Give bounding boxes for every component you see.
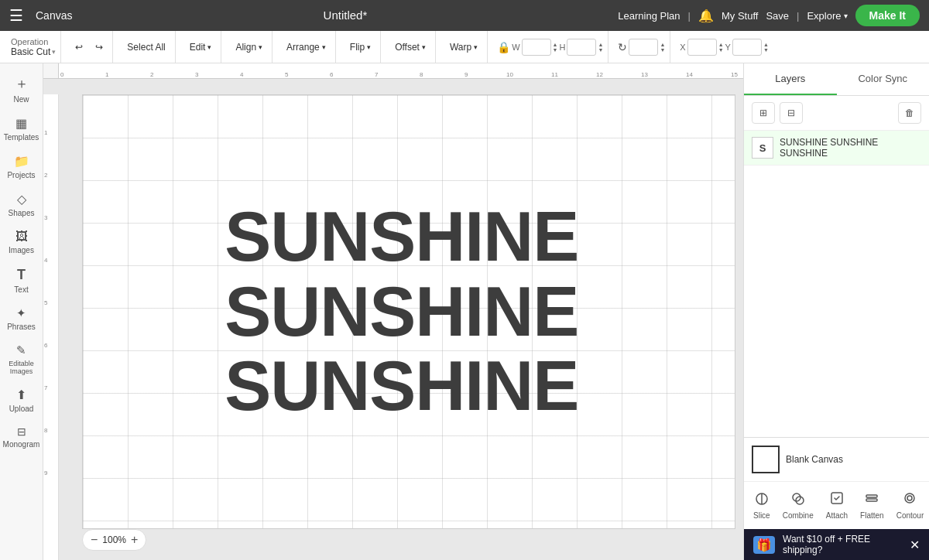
ungroup-icon: ⊟ — [787, 108, 795, 118]
chevron-down-icon: ▾ — [52, 48, 56, 56]
vertical-ruler: 1 2 3 4 5 6 7 8 9 — [43, 94, 59, 560]
save-link[interactable]: Save — [766, 10, 789, 22]
pos-y-up[interactable]: ▲ — [763, 42, 769, 47]
pos-x-up[interactable]: ▲ — [718, 42, 724, 47]
sidebar-item-images[interactable]: 🖼 Images — [2, 225, 41, 259]
canvas-white: SUNSHINE SUNSHINE SUNSHINE — [82, 94, 735, 529]
sidebar-item-templates[interactable]: ▦ Templates — [2, 111, 41, 146]
sidebar-item-monogram[interactable]: ⊟ Monogram — [2, 421, 41, 453]
edit-button[interactable]: Edit ▾ — [185, 39, 217, 55]
svg-point-7 — [905, 493, 914, 503]
group-button[interactable]: ⊞ — [752, 102, 775, 124]
nav-divider2: | — [797, 10, 799, 22]
right-panel-tabs: Layers Color Sync — [744, 63, 929, 96]
flatten-action[interactable]: Flatten — [855, 488, 889, 523]
layer-item[interactable]: S SUNSHINE SUNSHINE SUNSHINE — [744, 131, 929, 166]
arrange-button[interactable]: Arrange ▾ — [282, 39, 331, 55]
select-all-button[interactable]: Select All — [122, 39, 170, 55]
undo-button[interactable]: ↩ — [70, 39, 87, 55]
right-panel: Layers Color Sync ⊞ ⊟ 🗑 S SUNSHINE SUNSH… — [743, 63, 929, 560]
size-w-down[interactable]: ▼ — [553, 47, 558, 53]
text-icon: T — [17, 267, 26, 283]
zoom-level: 100% — [102, 534, 126, 545]
attach-action[interactable]: Attach — [821, 488, 852, 523]
chevron-down-icon: ▾ — [322, 43, 326, 51]
redo-button[interactable]: ↪ — [91, 39, 108, 55]
menu-icon[interactable]: ☰ — [9, 6, 23, 25]
undo-group: ↩ ↪ — [66, 31, 113, 63]
chevron-down-icon: ▾ — [474, 43, 478, 51]
canvas-label: Canvas — [36, 9, 72, 22]
sidebar-item-editable-images[interactable]: ✎ Editable Images — [2, 339, 41, 380]
tab-layers[interactable]: Layers — [744, 63, 837, 95]
svg-rect-6 — [866, 499, 877, 501]
zoom-out-button[interactable]: − — [91, 533, 98, 547]
blank-canvas-thumbnail — [752, 446, 780, 473]
canvas-text-group: SUNSHINE SUNSHINE SUNSHINE — [225, 200, 578, 423]
flip-group: Flip ▾ — [341, 31, 381, 63]
promo-close-button[interactable]: ✕ — [910, 538, 920, 552]
make-it-button[interactable]: Make It — [855, 5, 920, 26]
group-icon: ⊞ — [759, 108, 767, 118]
horizontal-ruler: 0 1 2 3 4 5 6 7 8 9 10 11 12 13 — [43, 63, 743, 79]
editable-images-icon: ✎ — [16, 343, 26, 357]
size-h-input[interactable] — [567, 39, 596, 56]
sidebar-item-upload[interactable]: ⬆ Upload — [2, 383, 41, 418]
promo-banner: 🎁 Want $10 off + FREE shipping? ✕ — [744, 529, 929, 560]
sidebar-item-new[interactable]: ＋ New — [2, 70, 41, 108]
rotate-group: ↻ ▲ ▼ — [613, 31, 670, 63]
sidebar-item-label: Shapes — [9, 209, 35, 217]
delete-layer-button[interactable]: 🗑 — [898, 102, 921, 124]
size-h-up[interactable]: ▲ — [598, 42, 603, 47]
learning-plan-link[interactable]: Learning Plan — [618, 10, 680, 22]
contour-action[interactable]: Contour — [892, 488, 929, 523]
operation-group: Operation Basic Cut ▾ — [6, 31, 61, 63]
position-y-input[interactable] — [732, 39, 762, 56]
slice-action[interactable]: Slice — [749, 489, 775, 523]
left-sidebar: ＋ New ▦ Templates 📁 Projects ◇ Shapes 🖼 … — [0, 63, 43, 560]
sidebar-item-label: Text — [14, 285, 28, 294]
svg-point-8 — [907, 496, 912, 500]
zoom-in-button[interactable]: + — [131, 533, 138, 547]
rotate-input[interactable] — [629, 39, 658, 56]
sidebar-item-label: Projects — [7, 171, 35, 179]
rotate-up[interactable]: ▲ — [660, 42, 665, 47]
zoom-controls: − 100% + — [82, 529, 146, 551]
contour-label: Contour — [896, 511, 924, 520]
my-stuff-link[interactable]: My Stuff — [722, 10, 758, 22]
align-button[interactable]: Align ▾ — [231, 39, 267, 55]
sidebar-item-projects[interactable]: 📁 Projects — [2, 149, 41, 184]
canvas-background[interactable]: SUNSHINE SUNSHINE SUNSHINE − 100% + — [59, 79, 743, 560]
sidebar-item-text[interactable]: T Text — [2, 262, 41, 299]
warp-button[interactable]: Warp ▾ — [445, 39, 482, 55]
flatten-label: Flatten — [860, 511, 884, 520]
edit-group: Edit ▾ — [180, 31, 222, 63]
position-x-input[interactable] — [687, 39, 717, 56]
ungroup-button[interactable]: ⊟ — [780, 102, 803, 124]
sidebar-item-phrases[interactable]: ✦ Phrases — [2, 302, 41, 336]
slice-icon — [755, 492, 769, 509]
operation-select[interactable]: Operation Basic Cut ▾ — [11, 37, 56, 57]
size-h-down[interactable]: ▼ — [598, 47, 603, 53]
attach-icon — [830, 491, 844, 509]
sidebar-item-label: Images — [9, 246, 34, 254]
sidebar-item-shapes[interactable]: ◇ Shapes — [2, 187, 41, 222]
combine-action[interactable]: Combine — [778, 489, 818, 523]
pos-y-down[interactable]: ▼ — [763, 47, 769, 53]
bottom-actions: Slice Combine Attach — [744, 481, 929, 529]
tab-color-sync[interactable]: Color Sync — [837, 63, 930, 95]
bell-icon[interactable]: 🔔 — [698, 9, 714, 23]
rotate-down[interactable]: ▼ — [660, 47, 665, 53]
pos-x-down[interactable]: ▼ — [718, 47, 724, 53]
size-w-up[interactable]: ▲ — [553, 42, 558, 47]
explore-button[interactable]: Explore ▾ — [807, 10, 847, 22]
shapes-icon: ◇ — [17, 192, 26, 207]
chevron-down-icon: ▾ — [422, 43, 426, 51]
chevron-down-icon: ▾ — [367, 43, 371, 51]
offset-button[interactable]: Offset ▾ — [390, 39, 430, 55]
combine-label: Combine — [783, 511, 814, 520]
sidebar-item-label: Editable Images — [5, 360, 38, 375]
blank-canvas-section: Blank Canvas — [744, 437, 929, 481]
size-w-input[interactable] — [522, 39, 551, 56]
flip-button[interactable]: Flip ▾ — [345, 39, 375, 55]
